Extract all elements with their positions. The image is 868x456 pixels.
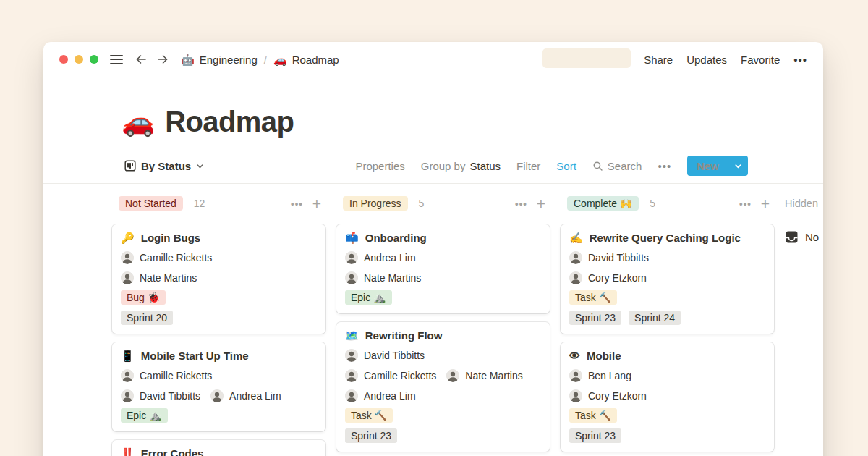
person-chip[interactable]: Andrea Lim (345, 251, 416, 264)
card-title: 📫Onboarding (345, 232, 541, 244)
tag-pill[interactable]: Sprint 20 (121, 311, 173, 325)
tag-pill[interactable]: Task 🔨 (569, 408, 617, 423)
column-cards: ✍️Rewrite Query Caching LogicDavid Tibbi… (561, 224, 774, 452)
breadcrumb-roadmap[interactable]: 🚗 Roadmap (273, 54, 339, 66)
card[interactable]: 🗺️Rewriting FlowDavid TibbittsCamille Ri… (336, 322, 550, 452)
column-more-icon[interactable]: ••• (739, 198, 752, 209)
card[interactable]: 👁MobileBen LangCory EtzkornTask 🔨Sprint … (561, 342, 774, 452)
tag-pill[interactable]: Sprint 23 (345, 428, 397, 443)
tag-pill[interactable]: Task 🔨 (569, 290, 617, 305)
hidden-group-label: No (805, 231, 819, 243)
card-title: 👁Mobile (569, 350, 765, 362)
zoom-window-button[interactable] (90, 55, 98, 64)
person-name: Andrea Lim (229, 390, 281, 402)
hidden-columns-label[interactable]: Hidden (785, 194, 818, 213)
card[interactable]: ✍️Rewrite Query Caching LogicDavid Tibbi… (561, 224, 774, 334)
forward-arrow-icon[interactable] (155, 51, 171, 67)
view-switcher-label: By Status (141, 160, 191, 172)
breadcrumb-engineering[interactable]: 🤖 Engineering (181, 54, 258, 66)
board-column: Complete 🙌5•••+✍️Rewrite Query Caching L… (561, 194, 774, 452)
card-emoji-icon: 🔑 (121, 232, 135, 243)
tag-pill[interactable]: Epic ⛰️ (121, 408, 168, 423)
column-add-icon[interactable]: + (537, 196, 545, 211)
column-actions: •••+ (291, 196, 321, 211)
column-more-icon[interactable]: ••• (515, 198, 527, 209)
person-chip[interactable]: Andrea Lim (210, 389, 281, 402)
page-icon[interactable]: 🚗 (122, 109, 155, 135)
sort-button[interactable]: Sort (556, 160, 576, 172)
person-chip[interactable]: Camille Ricketts (345, 369, 436, 382)
tag-pill[interactable]: Epic ⛰️ (345, 290, 392, 305)
view-toolbar: By Status Properties Group by Status Fil… (43, 155, 823, 177)
person-chip[interactable]: Camille Ricketts (121, 251, 212, 264)
person-row: Andrea Lim (345, 389, 541, 402)
person-row: Andrea Lim (345, 251, 541, 264)
person-chip[interactable]: Nate Martins (121, 271, 197, 284)
column-status-pill[interactable]: In Progress (343, 196, 408, 211)
column-add-icon[interactable]: + (312, 196, 321, 211)
tag-row: Task 🔨 (569, 290, 765, 305)
close-window-button[interactable] (59, 55, 68, 64)
person-row: Camille Ricketts (121, 369, 317, 382)
favorite-button[interactable]: Favorite (741, 54, 780, 66)
column-status-pill[interactable]: Complete 🙌 (567, 196, 639, 211)
card-title-text: Rewrite Query Caching Logic (590, 232, 741, 244)
card-emoji-icon: 📫 (345, 232, 359, 243)
new-button[interactable]: New (687, 156, 728, 176)
toolbar-more-icon[interactable]: ••• (658, 160, 671, 172)
more-options-icon[interactable]: ••• (793, 54, 807, 66)
hidden-group-no-status[interactable]: No (785, 230, 819, 244)
person-chip[interactable]: Ben Lang (569, 369, 631, 382)
person-chip[interactable]: Cory Etzkorn (569, 271, 647, 284)
person-row: Nate Martins (345, 271, 541, 284)
person-chip[interactable]: Nate Martins (345, 271, 421, 284)
tag-pill[interactable]: Sprint 23 (569, 428, 621, 443)
inbox-icon (785, 230, 799, 244)
tag-pill[interactable]: Sprint 24 (629, 311, 681, 325)
avatar (569, 271, 582, 284)
person-name: Andrea Lim (364, 390, 416, 402)
card[interactable]: 📫OnboardingAndrea LimNate MartinsEpic ⛰️ (336, 224, 550, 313)
share-button[interactable]: Share (644, 54, 673, 66)
search-button[interactable]: Search (592, 160, 642, 172)
sidebar-menu-icon[interactable] (109, 54, 124, 66)
person-chip[interactable]: Camille Ricketts (121, 369, 212, 382)
back-arrow-icon[interactable] (133, 51, 149, 67)
avatar (569, 369, 582, 382)
column-status-pill[interactable]: Not Started (119, 196, 183, 211)
board-view-icon (124, 160, 136, 172)
person-chip[interactable]: Andrea Lim (345, 389, 416, 402)
person-chip[interactable]: David Tibbitts (121, 389, 200, 402)
tag-pill[interactable]: Sprint 23 (569, 311, 621, 325)
person-name: David Tibbitts (140, 390, 200, 402)
column-count: 5 (650, 198, 655, 209)
person-chip[interactable]: Cory Etzkorn (569, 389, 647, 402)
card[interactable]: ‼️Error Codes (112, 440, 326, 456)
column-more-icon[interactable]: ••• (291, 198, 303, 209)
properties-button[interactable]: Properties (355, 160, 404, 172)
new-dropdown-button[interactable] (728, 156, 748, 176)
tag-row: Sprint 23 (569, 428, 765, 443)
card-title-text: Error Codes (141, 447, 204, 456)
filter-button[interactable]: Filter (516, 160, 540, 172)
updates-button[interactable]: Updates (686, 54, 727, 66)
person-chip[interactable]: Nate Martins (446, 369, 522, 382)
avatar (345, 349, 358, 362)
person-chip[interactable]: David Tibbitts (569, 251, 649, 264)
person-chip[interactable]: David Tibbitts (345, 349, 425, 362)
view-switcher-by-status[interactable]: By Status (124, 160, 204, 172)
person-row: Camille Ricketts (121, 251, 317, 264)
group-by-button[interactable]: Group by Status (421, 160, 501, 172)
card[interactable]: 🔑Login BugsCamille RickettsNate MartinsB… (112, 224, 326, 334)
minimize-window-button[interactable] (75, 55, 83, 64)
tag-row: Sprint 23Sprint 24 (569, 311, 765, 325)
column-add-icon[interactable]: + (761, 196, 770, 211)
tag-pill[interactable]: Bug 🐞 (121, 290, 166, 305)
search-icon (592, 161, 603, 172)
card[interactable]: 📱Mobile Start Up TimeCamille RickettsDav… (112, 342, 326, 431)
person-name: David Tibbitts (364, 350, 425, 361)
person-name: Ben Lang (588, 370, 631, 381)
column-count: 12 (194, 198, 205, 209)
tag-pill[interactable]: Task 🔨 (345, 408, 393, 423)
page-title[interactable]: Roadmap (165, 106, 294, 138)
